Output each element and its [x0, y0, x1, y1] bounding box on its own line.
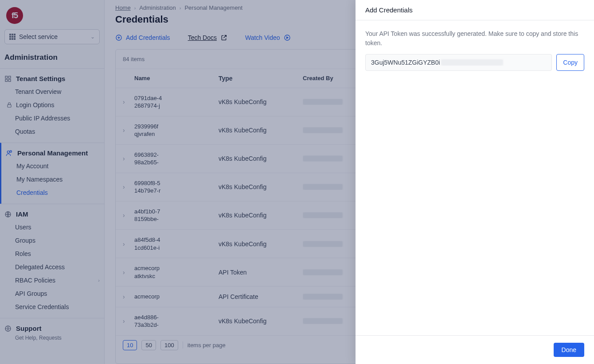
- token-preview: 3Guj5WNu51ZGiGYZB0i: [371, 59, 440, 66]
- token-row: 3Guj5WNu51ZGiGYZB0i Copy: [365, 54, 584, 71]
- panel-footer: Done: [356, 335, 594, 364]
- copy-button[interactable]: Copy: [556, 54, 584, 71]
- done-button[interactable]: Done: [554, 343, 584, 357]
- token-value[interactable]: 3Guj5WNu51ZGiGYZB0i: [365, 54, 552, 71]
- panel-message: Your API Token was successfully generate…: [365, 29, 584, 48]
- add-credentials-panel: Add Credentials Your API Token was succe…: [356, 0, 594, 364]
- panel-title: Add Credentials: [356, 0, 594, 20]
- panel-body: Your API Token was successfully generate…: [356, 20, 594, 335]
- redacted-icon: [441, 59, 503, 66]
